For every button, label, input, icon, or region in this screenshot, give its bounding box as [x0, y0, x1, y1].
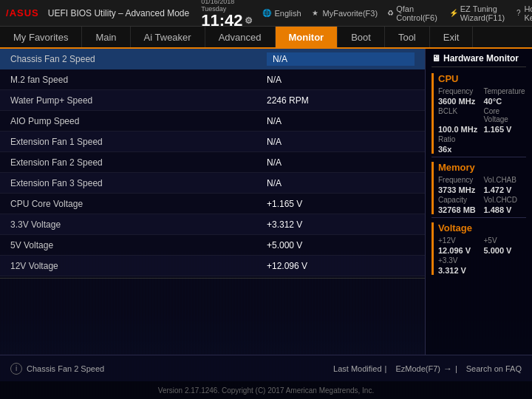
language-icon: 🌐 [262, 8, 272, 18]
table-row[interactable]: Extension Fan 2 Speed N/A [0, 152, 425, 173]
table-row[interactable]: 12V Voltage +12.096 V [0, 256, 425, 276]
hw-monitor-panel: 🖥 Hardware Monitor CPU Frequency Tempera… [425, 49, 532, 355]
row-value: +1.165 V [267, 199, 415, 209]
vol-chcd-value: 1.488 V [484, 205, 527, 214]
cpu-grid: Frequency Temperature 3600 MHz 40°C BCLK… [438, 87, 526, 154]
table-row[interactable]: 5V Voltage +5.000 V [0, 235, 425, 256]
vol-chab-label: Vol.CHAB [484, 176, 527, 184]
status-bar: i Chassis Fan 2 Speed Last Modified | Ez… [0, 355, 532, 381]
cpu-section-title: CPU [438, 73, 526, 84]
bottom-bar: Version 2.17.1246. Copyright (C) 2017 Am… [0, 381, 532, 399]
tab-exit[interactable]: Exit [430, 27, 474, 47]
top-bar: /ASUS UEFI BIOS Utility – Advanced Mode … [0, 0, 532, 27]
row-label: 12V Voltage [10, 261, 267, 271]
vol-chab-value: 1.472 V [484, 185, 527, 194]
separator2: | [455, 364, 457, 373]
search-faq-button[interactable]: Search on FAQ [466, 364, 522, 374]
row-value: N/A [267, 157, 415, 168]
table-row[interactable]: CPU Core Voltage +1.165 V [0, 194, 425, 214]
hw-divider [432, 157, 526, 157]
tab-monitor[interactable]: Monitor [276, 27, 338, 47]
info-icon: i [10, 363, 22, 375]
cpu-temp-value: 40°C [484, 97, 527, 106]
row-label: Extension Fan 3 Speed [10, 178, 267, 188]
topbar-eztuning[interactable]: ⚡ EZ Tuning Wizard(F11) [449, 4, 507, 22]
row-value: +3.312 V [267, 219, 415, 230]
tab-tool[interactable]: Tool [385, 27, 430, 47]
copyright-text: Version 2.17.1246. Copyright (C) 2017 Am… [158, 386, 374, 395]
memory-section-title: Memory [438, 162, 526, 173]
row-value: N/A [267, 52, 415, 66]
row-value: N/A [267, 178, 415, 188]
tab-boot[interactable]: Boot [338, 27, 385, 47]
row-value: N/A [267, 116, 415, 126]
topbar-hotkeys[interactable]: ? Hot Keys [515, 4, 532, 22]
ratio-label: Ratio [438, 135, 481, 143]
core-volt-label: Core Voltage [484, 107, 527, 123]
tab-main[interactable]: Main [82, 27, 130, 47]
qfan-icon: ♻ [386, 8, 394, 18]
capacity-label: Capacity [438, 196, 481, 204]
memory-grid: Frequency Vol.CHAB 3733 MHz 1.472 V Capa… [438, 176, 526, 214]
v5-label: +5V [484, 236, 527, 245]
row-label: Extension Fan 2 Speed [10, 157, 267, 168]
cpu-freq-value: 3600 MHz [438, 97, 481, 106]
ratio-value: 36x [438, 145, 481, 154]
topbar-qfan[interactable]: ♻ Qfan Control(F6) [386, 4, 440, 22]
v33-label: +3.3V [438, 256, 481, 265]
cpu-temp-label: Temperature [484, 87, 527, 95]
row-label: 3.3V Voltage [10, 219, 267, 230]
status-info: i Chassis Fan 2 Speed [10, 363, 333, 375]
v12-value: 12.096 V [438, 246, 481, 255]
hw-divider-2 [432, 217, 526, 218]
bclk-value: 100.0 MHz [438, 125, 481, 134]
row-label: 5V Voltage [10, 240, 267, 250]
nav-bar: My Favorites Main Ai Tweaker Advanced Mo… [0, 27, 532, 49]
status-actions: Last Modified | EzMode(F7) → | Search on… [333, 364, 522, 374]
mem-freq-label: Frequency [438, 176, 481, 184]
table-row[interactable]: M.2 fan Speed N/A [0, 69, 425, 90]
mem-freq-value: 3733 MHz [438, 185, 481, 194]
hw-monitor-title: 🖥 Hardware Monitor [432, 53, 526, 67]
table-row[interactable]: 3.3V Voltage +3.312 V [0, 214, 425, 235]
row-label: CPU Core Voltage [10, 199, 267, 209]
bios-title: UEFI BIOS Utility – Advanced Mode [48, 8, 189, 18]
v33-value: 3.312 V [438, 266, 481, 275]
voltage-section-title: Voltage [438, 222, 526, 233]
time-settings-icon[interactable]: ⚙ [245, 16, 253, 25]
row-value: 2246 RPM [267, 95, 415, 106]
cpu-section: CPU Frequency Temperature 3600 MHz 40°C … [432, 73, 526, 154]
monitor-icon: 🖥 [432, 53, 440, 64]
table-row[interactable]: Chassis Fan 2 Speed N/A [0, 49, 425, 69]
row-label: AIO Pump Speed [10, 116, 267, 126]
memory-section: Memory Frequency Vol.CHAB 3733 MHz 1.472… [432, 162, 526, 214]
asus-logo: /ASUS [6, 7, 39, 18]
row-label: Water Pump+ Speed [10, 95, 267, 106]
separator: | [385, 364, 387, 373]
tab-ai-tweaker[interactable]: Ai Tweaker [131, 27, 205, 47]
topbar-language[interactable]: 🌐 English [262, 8, 301, 18]
row-value: N/A [267, 75, 415, 85]
table-row[interactable]: Water Pump+ Speed 2246 RPM [0, 90, 425, 111]
ez-tuning-icon: ⚡ [449, 8, 458, 18]
tab-advanced[interactable]: Advanced [205, 27, 276, 47]
table-row[interactable]: Extension Fan 1 Speed N/A [0, 132, 425, 152]
main-area: Chassis Fan 2 Speed N/A M.2 fan Speed N/… [0, 49, 532, 355]
favorite-icon: ★ [310, 8, 321, 18]
status-text: Chassis Fan 2 Speed [27, 364, 104, 373]
tab-my-favorites[interactable]: My Favorites [0, 27, 82, 47]
topbar-myfavorite[interactable]: ★ MyFavorite(F3) [310, 8, 378, 18]
vol-chcd-label: Vol.CHCD [484, 196, 527, 204]
row-value: +5.000 V [267, 240, 415, 250]
voltage-section: Voltage +12V +5V 12.096 V 5.000 V +3.3V … [432, 222, 526, 275]
table-row[interactable]: AIO Pump Speed N/A [0, 111, 425, 132]
v5-value: 5.000 V [484, 246, 527, 255]
datetime-block: 01/16/2018 Tuesday 11:42 ⚙ [201, 0, 253, 29]
content-panel: Chassis Fan 2 Speed N/A M.2 fan Speed N/… [0, 49, 425, 355]
core-volt-value: 1.165 V [484, 125, 527, 134]
row-label: Chassis Fan 2 Speed [10, 54, 267, 64]
ez-mode-button[interactable]: EzMode(F7) → | [395, 364, 457, 374]
bclk-label: BCLK [438, 107, 481, 123]
hotkeys-icon: ? [515, 8, 522, 18]
table-row[interactable]: Extension Fan 3 Speed N/A [0, 173, 425, 194]
